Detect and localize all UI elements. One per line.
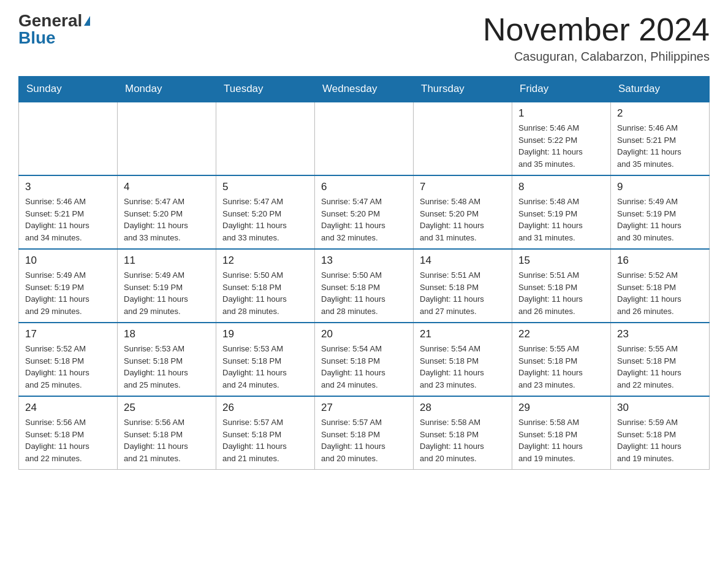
weekday-header-wednesday: Wednesday <box>315 77 414 102</box>
day-info: Sunrise: 5:48 AMSunset: 5:19 PMDaylight:… <box>518 196 604 243</box>
day-info: Sunrise: 5:49 AMSunset: 5:19 PMDaylight:… <box>124 269 210 317</box>
day-number: 5 <box>222 181 308 193</box>
day-info: Sunrise: 5:53 AMSunset: 5:18 PMDaylight:… <box>124 343 210 391</box>
day-number: 2 <box>617 107 703 120</box>
day-number: 13 <box>321 255 407 267</box>
day-info: Sunrise: 5:46 AMSunset: 5:22 PMDaylight:… <box>518 122 604 170</box>
calendar-cell: 8Sunrise: 5:48 AMSunset: 5:19 PMDaylight… <box>512 175 611 249</box>
weekday-header-row: SundayMondayTuesdayWednesdayThursdayFrid… <box>19 77 710 102</box>
day-number: 28 <box>420 402 506 414</box>
weekday-header-monday: Monday <box>118 77 216 102</box>
week-row-2: 3Sunrise: 5:46 AMSunset: 5:21 PMDaylight… <box>19 175 710 249</box>
week-row-5: 24Sunrise: 5:56 AMSunset: 5:18 PMDayligh… <box>19 396 710 470</box>
calendar-cell <box>414 102 512 175</box>
day-number: 16 <box>617 255 703 267</box>
day-number: 4 <box>124 181 210 193</box>
day-number: 26 <box>222 402 308 414</box>
calendar-cell: 2Sunrise: 5:46 AMSunset: 5:21 PMDaylight… <box>611 102 710 175</box>
calendar-cell <box>19 102 118 175</box>
day-number: 18 <box>124 328 210 340</box>
calendar-cell: 6Sunrise: 5:47 AMSunset: 5:20 PMDaylight… <box>315 175 414 249</box>
day-number: 1 <box>518 107 604 120</box>
day-info: Sunrise: 5:50 AMSunset: 5:18 PMDaylight:… <box>222 269 308 317</box>
day-number: 8 <box>518 181 604 193</box>
day-info: Sunrise: 5:52 AMSunset: 5:18 PMDaylight:… <box>25 343 111 391</box>
day-info: Sunrise: 5:58 AMSunset: 5:18 PMDaylight:… <box>420 416 506 464</box>
logo-blue-text: Blue <box>18 29 56 47</box>
calendar-cell: 11Sunrise: 5:49 AMSunset: 5:19 PMDayligh… <box>118 249 216 323</box>
day-number: 23 <box>617 328 703 340</box>
day-info: Sunrise: 5:49 AMSunset: 5:19 PMDaylight:… <box>617 196 703 243</box>
day-number: 24 <box>25 402 111 414</box>
day-info: Sunrise: 5:47 AMSunset: 5:20 PMDaylight:… <box>321 196 407 243</box>
calendar-cell: 20Sunrise: 5:54 AMSunset: 5:18 PMDayligh… <box>315 323 414 396</box>
weekday-header-saturday: Saturday <box>611 77 710 102</box>
day-info: Sunrise: 5:46 AMSunset: 5:21 PMDaylight:… <box>25 196 111 243</box>
calendar-cell: 23Sunrise: 5:55 AMSunset: 5:18 PMDayligh… <box>611 323 710 396</box>
weekday-header-thursday: Thursday <box>414 77 512 102</box>
day-number: 27 <box>321 402 407 414</box>
calendar-table: SundayMondayTuesdayWednesdayThursdayFrid… <box>18 76 710 470</box>
calendar-cell: 16Sunrise: 5:52 AMSunset: 5:18 PMDayligh… <box>611 249 710 323</box>
calendar-cell <box>315 102 414 175</box>
day-info: Sunrise: 5:46 AMSunset: 5:21 PMDaylight:… <box>617 122 703 170</box>
calendar-cell: 24Sunrise: 5:56 AMSunset: 5:18 PMDayligh… <box>19 396 118 470</box>
calendar-cell: 25Sunrise: 5:56 AMSunset: 5:18 PMDayligh… <box>118 396 216 470</box>
day-number: 12 <box>222 255 308 267</box>
day-info: Sunrise: 5:54 AMSunset: 5:18 PMDaylight:… <box>420 343 506 391</box>
day-info: Sunrise: 5:55 AMSunset: 5:18 PMDaylight:… <box>617 343 703 391</box>
title-block: November 2024 Casuguran, Calabarzon, Phi… <box>483 12 710 64</box>
calendar-cell: 19Sunrise: 5:53 AMSunset: 5:18 PMDayligh… <box>216 323 315 396</box>
day-number: 10 <box>25 255 111 267</box>
day-info: Sunrise: 5:56 AMSunset: 5:18 PMDaylight:… <box>25 416 111 464</box>
day-info: Sunrise: 5:49 AMSunset: 5:19 PMDaylight:… <box>25 269 111 317</box>
calendar-cell: 21Sunrise: 5:54 AMSunset: 5:18 PMDayligh… <box>414 323 512 396</box>
calendar-cell: 3Sunrise: 5:46 AMSunset: 5:21 PMDaylight… <box>19 175 118 249</box>
day-info: Sunrise: 5:53 AMSunset: 5:18 PMDaylight:… <box>222 343 308 391</box>
day-number: 20 <box>321 328 407 340</box>
day-info: Sunrise: 5:52 AMSunset: 5:18 PMDaylight:… <box>617 269 703 317</box>
day-number: 22 <box>518 328 604 340</box>
location: Casuguran, Calabarzon, Philippines <box>483 50 710 64</box>
day-number: 3 <box>25 181 111 193</box>
calendar-cell: 15Sunrise: 5:51 AMSunset: 5:18 PMDayligh… <box>512 249 611 323</box>
day-info: Sunrise: 5:50 AMSunset: 5:18 PMDaylight:… <box>321 269 407 317</box>
day-number: 19 <box>222 328 308 340</box>
week-row-1: 1Sunrise: 5:46 AMSunset: 5:22 PMDaylight… <box>19 102 710 175</box>
day-number: 25 <box>124 402 210 414</box>
calendar-cell: 28Sunrise: 5:58 AMSunset: 5:18 PMDayligh… <box>414 396 512 470</box>
weekday-header-sunday: Sunday <box>19 77 118 102</box>
calendar-cell: 4Sunrise: 5:47 AMSunset: 5:20 PMDaylight… <box>118 175 216 249</box>
day-number: 9 <box>617 181 703 193</box>
calendar-cell: 10Sunrise: 5:49 AMSunset: 5:19 PMDayligh… <box>19 249 118 323</box>
week-row-3: 10Sunrise: 5:49 AMSunset: 5:19 PMDayligh… <box>19 249 710 323</box>
weekday-header-friday: Friday <box>512 77 611 102</box>
calendar-cell: 22Sunrise: 5:55 AMSunset: 5:18 PMDayligh… <box>512 323 611 396</box>
day-info: Sunrise: 5:55 AMSunset: 5:18 PMDaylight:… <box>518 343 604 391</box>
calendar-cell: 30Sunrise: 5:59 AMSunset: 5:18 PMDayligh… <box>611 396 710 470</box>
day-info: Sunrise: 5:48 AMSunset: 5:20 PMDaylight:… <box>420 196 506 243</box>
day-info: Sunrise: 5:54 AMSunset: 5:18 PMDaylight:… <box>321 343 407 391</box>
calendar-cell: 9Sunrise: 5:49 AMSunset: 5:19 PMDaylight… <box>611 175 710 249</box>
calendar-cell: 13Sunrise: 5:50 AMSunset: 5:18 PMDayligh… <box>315 249 414 323</box>
calendar-cell: 29Sunrise: 5:58 AMSunset: 5:18 PMDayligh… <box>512 396 611 470</box>
day-number: 7 <box>420 181 506 193</box>
day-info: Sunrise: 5:51 AMSunset: 5:18 PMDaylight:… <box>518 269 604 317</box>
logo-general-text: General <box>18 12 82 29</box>
calendar-cell: 14Sunrise: 5:51 AMSunset: 5:18 PMDayligh… <box>414 249 512 323</box>
month-title: November 2024 <box>483 12 710 47</box>
day-info: Sunrise: 5:47 AMSunset: 5:20 PMDaylight:… <box>222 196 308 243</box>
day-number: 14 <box>420 255 506 267</box>
day-number: 30 <box>617 402 703 414</box>
calendar-cell <box>118 102 216 175</box>
calendar-cell: 27Sunrise: 5:57 AMSunset: 5:18 PMDayligh… <box>315 396 414 470</box>
calendar-cell: 7Sunrise: 5:48 AMSunset: 5:20 PMDaylight… <box>414 175 512 249</box>
calendar-cell: 5Sunrise: 5:47 AMSunset: 5:20 PMDaylight… <box>216 175 315 249</box>
day-number: 6 <box>321 181 407 193</box>
day-info: Sunrise: 5:51 AMSunset: 5:18 PMDaylight:… <box>420 269 506 317</box>
day-number: 21 <box>420 328 506 340</box>
calendar-cell: 26Sunrise: 5:57 AMSunset: 5:18 PMDayligh… <box>216 396 315 470</box>
calendar-cell: 1Sunrise: 5:46 AMSunset: 5:22 PMDaylight… <box>512 102 611 175</box>
day-info: Sunrise: 5:57 AMSunset: 5:18 PMDaylight:… <box>321 416 407 464</box>
day-info: Sunrise: 5:58 AMSunset: 5:18 PMDaylight:… <box>518 416 604 464</box>
